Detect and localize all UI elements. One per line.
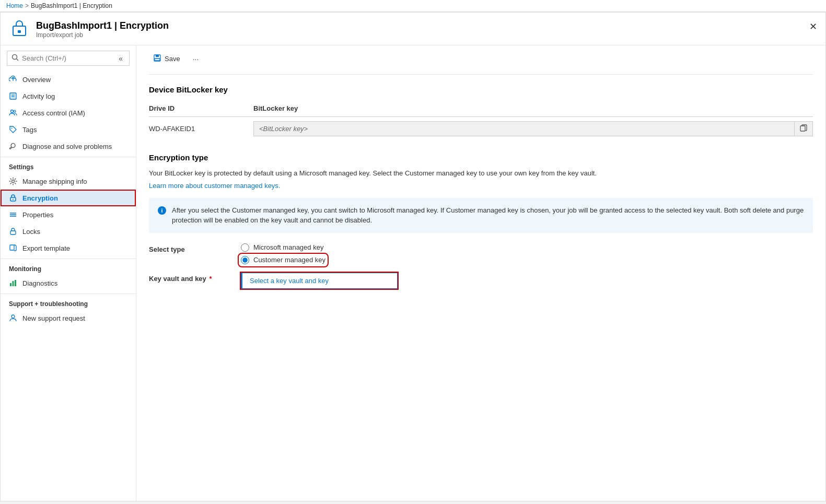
page-header: BugBashImport1 | Encryption Import/expor… — [1, 13, 825, 45]
info-icon: i — [157, 206, 167, 226]
bitlocker-section-title: Device BitLocker key — [149, 85, 813, 94]
sidebar-item-overview[interactable]: Overview — [1, 71, 136, 88]
collapse-button[interactable]: « — [117, 54, 125, 63]
sidebar: « Overview — [1, 45, 136, 501]
sidebar-item-encryption[interactable]: Encryption — [1, 190, 136, 206]
person-icon — [9, 314, 17, 322]
sidebar-item-encryption-label: Encryption — [22, 194, 58, 202]
sidebar-item-diagnostics[interactable]: Diagnostics — [1, 275, 136, 291]
svg-rect-19 — [10, 283, 11, 286]
drive-id-cell: WD-AFAKEID1 — [149, 117, 253, 141]
sidebar-item-diagnostics-label: Diagnostics — [22, 279, 57, 287]
svg-text:i: i — [161, 207, 162, 214]
microsoft-key-radio[interactable] — [241, 243, 249, 252]
table-row: WD-AFAKEID1 <BitLocker key> — [149, 117, 813, 141]
svg-rect-20 — [13, 281, 14, 286]
breadcrumb-separator: > — [25, 2, 29, 9]
sidebar-item-locks-label: Locks — [22, 228, 40, 236]
svg-point-11 — [12, 180, 15, 183]
wrench-icon — [9, 142, 17, 150]
svg-point-2 — [13, 55, 17, 60]
bitlocker-table: Drive ID BitLocker key WD-AFAKEID1 <BitL… — [149, 100, 813, 140]
encryption-section: Encryption type Your BitLocker key is pr… — [149, 153, 813, 289]
microsoft-key-label: Microsoft managed key — [253, 243, 323, 251]
page-header-text: BugBashImport1 | Encryption Import/expor… — [36, 20, 169, 39]
people-icon — [9, 109, 17, 117]
main-container: BugBashImport1 | Encryption Import/expor… — [0, 12, 826, 501]
learn-more-link[interactable]: Learn more about customer managed keys. — [149, 182, 280, 190]
breadcrumb-current: BugBashImport1 | Encryption — [31, 2, 112, 9]
settings-section-label: Settings — [1, 157, 136, 173]
bitlocker-key-text: <BitLocker key> — [254, 122, 794, 136]
key-vault-row: Key vault and key * Select a key vault a… — [149, 273, 813, 289]
toolbar: Save ··· — [149, 45, 813, 75]
sidebar-item-export-template-label: Export template — [22, 244, 70, 252]
sidebar-item-diagnose[interactable]: Diagnose and solve problems — [1, 138, 136, 155]
main-content: Save ··· Device BitLocker key Drive ID B… — [136, 45, 825, 501]
page-header-icon — [9, 19, 30, 40]
chart-icon — [9, 279, 17, 287]
sidebar-item-access-control[interactable]: Access control (IAM) — [1, 104, 136, 121]
encryption-description: Your BitLocker key is protected by defau… — [149, 168, 813, 179]
lock-icon — [9, 194, 17, 202]
svg-point-13 — [13, 199, 14, 200]
support-section-label: Support + troubleshooting — [1, 294, 136, 310]
lock-small-icon — [9, 227, 17, 236]
more-options-button[interactable]: ··· — [189, 53, 203, 65]
info-text: After you select the Customer mananged k… — [172, 205, 805, 226]
list-icon — [9, 92, 17, 100]
bitlocker-key-container: <BitLocker key> — [253, 121, 813, 136]
sidebar-item-locks[interactable]: Locks — [1, 223, 136, 240]
sidebar-item-activity-log[interactable]: Activity log — [1, 88, 136, 104]
bitlocker-key-cell: <BitLocker key> — [253, 117, 813, 141]
gear-icon — [9, 177, 17, 185]
svg-rect-24 — [156, 55, 159, 57]
sidebar-item-activity-log-label: Activity log — [22, 92, 55, 100]
copy-bitlocker-key-button[interactable] — [794, 122, 812, 136]
sidebar-item-tags[interactable]: Tags — [1, 121, 136, 138]
breadcrumb: Home > BugBashImport1 | Encryption — [0, 0, 826, 12]
customer-key-label: Customer managed key — [253, 256, 325, 264]
key-vault-select-button[interactable]: Select a key vault and key — [241, 273, 398, 289]
save-button[interactable]: Save — [149, 52, 184, 66]
sidebar-item-manage-shipping-label: Manage shipping info — [22, 178, 87, 185]
cloud-upload-icon — [9, 75, 17, 84]
select-type-row: Select type Microsoft managed key Custom… — [149, 243, 813, 264]
page-title: BugBashImport1 | Encryption — [36, 20, 169, 31]
sidebar-item-overview-label: Overview — [22, 76, 51, 84]
sidebar-item-manage-shipping[interactable]: Manage shipping info — [1, 173, 136, 190]
bars-icon — [9, 210, 17, 219]
radio-group: Microsoft managed key Customer managed k… — [241, 243, 325, 264]
key-vault-label: Key vault and key * — [149, 273, 232, 283]
sidebar-item-properties-label: Properties — [22, 211, 53, 219]
col-bitlocker-key: BitLocker key — [253, 100, 813, 117]
sidebar-item-export-template[interactable]: Export template — [1, 240, 136, 256]
save-icon — [153, 54, 161, 64]
svg-point-8 — [11, 110, 14, 113]
sidebar-item-new-support[interactable]: New support request — [1, 310, 136, 326]
search-box[interactable]: « — [7, 51, 130, 66]
svg-rect-18 — [10, 245, 14, 250]
monitoring-section-label: Monitoring — [1, 259, 136, 275]
svg-rect-4 — [10, 93, 16, 99]
sidebar-item-new-support-label: New support request — [22, 314, 85, 322]
sidebar-item-diagnose-label: Diagnose and solve problems — [22, 143, 112, 150]
svg-rect-21 — [15, 280, 16, 286]
svg-point-10 — [11, 128, 13, 129]
tag-icon — [9, 125, 17, 134]
export-icon — [9, 244, 17, 252]
sidebar-item-tags-label: Tags — [22, 126, 37, 134]
sidebar-item-access-control-label: Access control (IAM) — [22, 109, 85, 117]
info-box: i After you select the Customer mananged… — [149, 198, 813, 233]
breadcrumb-home[interactable]: Home — [6, 2, 23, 9]
microsoft-key-option[interactable]: Microsoft managed key — [241, 243, 325, 252]
required-indicator: * — [209, 275, 212, 283]
search-icon — [11, 54, 19, 63]
close-button[interactable]: ✕ — [809, 21, 817, 32]
svg-point-9 — [14, 110, 16, 112]
sidebar-item-properties[interactable]: Properties — [1, 206, 136, 223]
search-input[interactable] — [22, 54, 113, 62]
col-drive-id: Drive ID — [149, 100, 253, 117]
customer-key-radio[interactable] — [241, 256, 249, 264]
customer-key-option[interactable]: Customer managed key — [241, 256, 325, 264]
